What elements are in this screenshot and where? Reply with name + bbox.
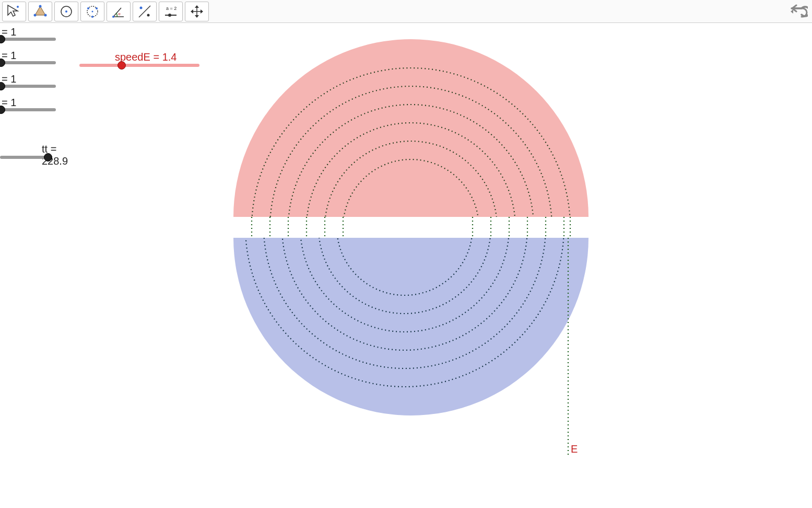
svg-point-7 xyxy=(92,10,93,12)
angle-tool-button[interactable]: α xyxy=(107,2,131,21)
toolbar: α a = 2 xyxy=(0,0,812,23)
svg-point-14 xyxy=(140,6,143,9)
undo-button[interactable] xyxy=(789,2,808,23)
circle-3pt-icon xyxy=(85,4,100,19)
gap-crossings xyxy=(252,217,570,238)
undo-icon xyxy=(789,2,808,21)
graphics-view[interactable]: = 1 = 1 = 1 = 1 speedE = 1.4 tt = 228.9 xyxy=(0,23,812,508)
polygon-icon xyxy=(32,4,48,19)
move-cursor-icon xyxy=(6,4,22,19)
circle-icon xyxy=(58,4,74,19)
slider-tool-button[interactable]: a = 2 xyxy=(159,2,183,21)
reflect-tool-button[interactable] xyxy=(133,2,157,21)
svg-point-10 xyxy=(91,16,93,18)
circle-arc-tool-button[interactable] xyxy=(80,2,104,21)
point-E-label: E xyxy=(571,443,578,455)
svg-point-2 xyxy=(39,5,42,7)
svg-text:α: α xyxy=(118,11,121,16)
bottom-dee xyxy=(233,238,589,415)
move-view-tool-button[interactable] xyxy=(185,2,209,21)
svg-point-15 xyxy=(147,14,150,16)
svg-point-1 xyxy=(34,14,37,16)
angle-icon: α xyxy=(111,4,126,19)
svg-point-0 xyxy=(17,6,19,8)
svg-text:a = 2: a = 2 xyxy=(166,6,176,11)
cyclotron-diagram xyxy=(0,23,812,508)
svg-point-9 xyxy=(96,7,98,9)
svg-point-11 xyxy=(112,16,114,18)
circle-tool-button[interactable] xyxy=(54,2,78,21)
reflect-icon xyxy=(137,4,152,19)
svg-point-3 xyxy=(44,14,47,16)
svg-point-5 xyxy=(65,10,67,13)
svg-point-8 xyxy=(87,7,89,9)
slider-icon: a = 2 xyxy=(163,4,179,19)
point-tool-button[interactable] xyxy=(28,2,52,21)
move-view-icon xyxy=(189,4,205,19)
move-tool-button[interactable] xyxy=(2,2,26,21)
svg-point-18 xyxy=(168,14,171,17)
